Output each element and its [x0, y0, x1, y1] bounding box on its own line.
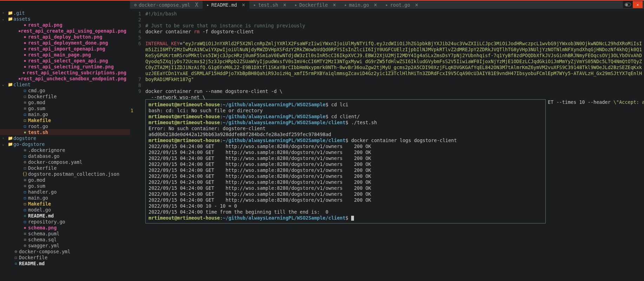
tree-item[interactable]: ›📁dogstore: [0, 135, 130, 141]
terminal-prompt[interactable]: mrtimeout@mrtimeout-house:~/github/alway…: [149, 215, 543, 221]
code-line: docker container rm -f dogstore-client: [145, 29, 643, 35]
tree-item[interactable]: ▪rest_api_deployment_done.png: [0, 40, 130, 46]
tree-item[interactable]: {}dogstore.postman_collection.json: [0, 171, 130, 177]
close-icon[interactable]: ×: [415, 2, 418, 8]
tree-item[interactable]: ≡go.sum: [0, 105, 130, 111]
toggle-button[interactable]: [623, 1, 633, 8]
tree-item[interactable]: ◻cmd.go: [0, 87, 130, 93]
tree-item[interactable]: ≡go.mod: [0, 177, 130, 183]
file-icon: ◻: [13, 255, 19, 260]
tree-item[interactable]: ⌄📁assets: [0, 16, 130, 22]
tree-item[interactable]: ▫README.md: [0, 213, 130, 219]
close-icon[interactable]: ×: [283, 2, 286, 8]
file-icon: ▸: [386, 2, 388, 7]
tab-main-go[interactable]: ▸main.go×: [340, 1, 381, 9]
tree-item[interactable]: ≡schema.puml: [0, 230, 130, 236]
tab-test-sh[interactable]: ▸test.sh×: [249, 1, 290, 9]
tree-item[interactable]: ◻main.go: [0, 111, 130, 117]
gutter-mark: 1: [130, 108, 133, 113]
tab-root-go[interactable]: ▸root.go×: [381, 1, 422, 9]
tree-label: dogstore: [13, 135, 36, 141]
file-icon: ≡: [22, 178, 28, 182]
file-icon: ≡: [22, 231, 28, 236]
terminal-line: 2022/09/15 04:24:00 time from the beginn…: [149, 209, 543, 215]
line-number: 4: [130, 29, 144, 35]
tree-item[interactable]: ▪rest_api_selecting_subcriptions.png: [0, 69, 130, 75]
file-icon: ◻: [22, 112, 28, 117]
tree-item[interactable]: ◻handler.go: [0, 189, 130, 195]
file-icon: ▪: [22, 34, 28, 39]
tab-docker-compose-yml[interactable]: ⚙docker-compose.ymlX: [130, 1, 203, 9]
tree-label: rest_api_selecting_runtime.png: [28, 64, 114, 69]
tree-item[interactable]: ▪rest_api_select_open_api.png: [0, 58, 130, 63]
tree-item[interactable]: ≡.dockerignore: [0, 147, 130, 153]
file-icon: 📁: [7, 136, 13, 141]
tree-item[interactable]: ⚙docker-compose.yml: [0, 248, 130, 254]
tree-item[interactable]: ▪schema.png: [0, 225, 130, 230]
tree-item[interactable]: ▪rest_api_selecting_runtime.png: [0, 63, 130, 69]
tree-item[interactable]: ◻Makefile: [0, 117, 130, 123]
file-icon: ▪: [22, 52, 28, 57]
tree-label: repository.go: [28, 219, 65, 225]
terminal-panel[interactable]: mrtimeout@mrtimeout-house:~/github/alway…: [145, 99, 546, 223]
tree-item[interactable]: ◻main.go: [0, 195, 130, 201]
tree-item[interactable]: ◻model.go: [0, 207, 130, 213]
tree-item[interactable]: ▪test.sh: [0, 129, 130, 135]
tree-item[interactable]: ⌄📁go-dogstore: [0, 141, 130, 147]
tree-item[interactable]: ⚙swagger.yml: [0, 242, 130, 248]
tree-item[interactable]: ◻Dockerfile: [0, 165, 130, 171]
terminal-line: 2022/09/15 04:24:00 GET http://wso.sampl…: [149, 185, 543, 191]
tree-item[interactable]: ≡go.sum: [0, 183, 130, 189]
tree-item[interactable]: ▪rest_api_deploy_button.png: [0, 34, 130, 40]
tree-item[interactable]: ▪rest_api_uncheck_sandbox_endpoint.png: [0, 75, 130, 81]
tree-item[interactable]: ›📁.git: [0, 10, 130, 16]
tree-label: rest_api_select_open_api.png: [28, 58, 108, 63]
tree-item[interactable]: ▪rest_api_create_api_using_openapi.png: [0, 28, 130, 34]
tab-dockerfile[interactable]: ▸Dockerfile×: [290, 1, 340, 9]
tree-item[interactable]: ◻Dockerfile: [0, 254, 130, 260]
file-icon: ▪: [18, 28, 21, 33]
file-icon: ⚙: [13, 249, 19, 254]
line-number: [130, 53, 144, 59]
tree-label: dogstore.postman_collection.json: [28, 171, 119, 177]
tab-label: main.go: [349, 2, 369, 8]
tree-label: assets: [13, 16, 31, 22]
tree-item[interactable]: ◻database.go: [0, 153, 130, 159]
terminal-line: mrtimeout@mrtimeout-house:~/github/alway…: [149, 120, 543, 126]
tree-item[interactable]: ◻Dockerfile: [0, 93, 130, 99]
main-area: ›📁.git⌄📁assets▪rest_api.png▪rest_api_cre…: [0, 9, 644, 281]
tree-item[interactable]: ≡schema.sql: [0, 236, 130, 242]
tree-label: test.sh: [28, 129, 48, 135]
tree-item[interactable]: ◻repository.go: [0, 219, 130, 225]
close-icon[interactable]: X: [195, 2, 198, 8]
terminal-line: Error: No such container: dogstore-clien…: [149, 126, 543, 132]
tree-item[interactable]: ⚙docker-compose.yaml: [0, 159, 130, 165]
line-number: 1: [130, 11, 144, 17]
close-icon[interactable]: ×: [242, 2, 245, 8]
tree-item[interactable]: ◻Makefile: [0, 201, 130, 207]
terminal-line: 2022/09/15 04:24:00 GET http://wso.sampl…: [149, 161, 543, 167]
tree-item[interactable]: ▪rest_api_main_page.png: [0, 52, 130, 58]
terminal-line: 2022/09/15 04:24:00 GET http://wso.sampl…: [149, 197, 543, 203]
file-tree[interactable]: ›📁.git⌄📁assets▪rest_api.png▪rest_api_cre…: [0, 9, 130, 281]
tree-label: rest_api_selecting_subcriptions.png: [27, 70, 126, 75]
tree-item[interactable]: ▪rest_api_import_openapi.png: [0, 46, 130, 52]
tree-label: schema.sql: [28, 237, 57, 242]
tree-label: Makefile: [28, 118, 51, 123]
code-area[interactable]: #!/bin/bash # Just to be sure that no in…: [145, 11, 643, 100]
tree-item[interactable]: ▫README.md: [0, 260, 130, 266]
file-icon: ▪: [22, 130, 28, 135]
close-window-button[interactable]: ✕: [633, 1, 643, 8]
terminal-line: 2022/09/15 04:24:00 GET http://wso.sampl…: [149, 149, 543, 155]
close-icon[interactable]: ×: [333, 2, 336, 8]
tree-label: README.md: [19, 261, 45, 266]
tree-item[interactable]: ▪rest_api.png: [0, 22, 130, 28]
file-icon: ≡: [22, 100, 28, 105]
file-icon: 📁: [7, 11, 13, 15]
tree-item[interactable]: ◻root.go: [0, 123, 130, 129]
close-icon[interactable]: ×: [374, 2, 377, 8]
line-number: [130, 47, 144, 53]
tree-item[interactable]: ⌄📁client: [0, 81, 130, 87]
tree-item[interactable]: ≡go.mod: [0, 99, 130, 105]
tab-readme-md[interactable]: ▸README.md×: [203, 1, 249, 9]
